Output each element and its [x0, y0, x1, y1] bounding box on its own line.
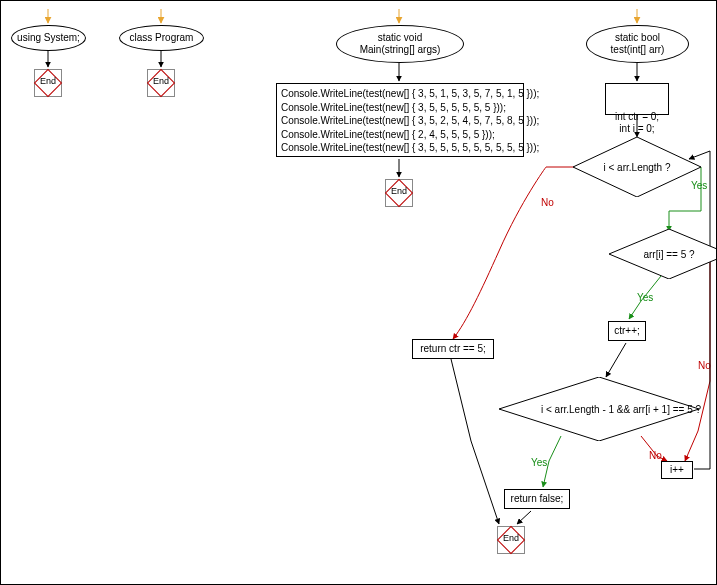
cond-next-text: i < arr.Length - 1 && arr[i + 1] == 5 ? [499, 404, 717, 415]
return-false: return false; [504, 489, 570, 509]
main-body-line: Console.WriteLine(test(new[] { 2, 4, 5, … [281, 128, 519, 142]
test-init-text: int ctr = 0; int i = 0; [606, 108, 668, 138]
return-ctr-eq5-text: return ctr == 5; [413, 340, 493, 358]
end-label: End [34, 76, 62, 86]
end-label: End [497, 533, 525, 543]
test-init-block: int ctr = 0; int i = 0; [605, 83, 669, 115]
cond-loop: i < arr.Length ? [573, 137, 701, 197]
end-test: End [497, 526, 525, 554]
entry-using-text: using System; [17, 32, 80, 44]
cond-eq5: arr[i] == 5 ? [609, 229, 717, 279]
return-false-text: return false; [505, 490, 569, 508]
edge-label-yes: Yes [531, 457, 547, 468]
entry-main: static void Main(string[] args) [336, 25, 464, 63]
entry-using-system: using System; [11, 25, 86, 51]
entry-test: static bool test(int[] arr) [586, 25, 689, 63]
end-class: End [147, 69, 175, 97]
edge-label-no: No [649, 450, 662, 461]
main-body-line: Console.WriteLine(test(new[] { 3, 5, 2, … [281, 114, 519, 128]
entry-test-text: static bool test(int[] arr) [611, 32, 665, 56]
entry-class-program: class Program [119, 25, 204, 51]
end-label: End [385, 186, 413, 196]
main-body-line: Console.WriteLine(test(new[] { 3, 5, 1, … [281, 87, 519, 101]
end-using: End [34, 69, 62, 97]
main-body-block: Console.WriteLine(test(new[] { 3, 5, 1, … [276, 83, 524, 157]
return-ctr-eq5: return ctr == 5; [412, 339, 494, 359]
entry-class-text: class Program [130, 32, 194, 44]
edge-label-yes: Yes [637, 292, 653, 303]
ctr-increment-text: ctr++; [609, 322, 645, 340]
cond-next-five: i < arr.Length - 1 && arr[i + 1] == 5 ? [499, 377, 699, 441]
cond-eq5-text: arr[i] == 5 ? [609, 249, 717, 260]
ctr-increment: ctr++; [608, 321, 646, 341]
svg-line-10 [606, 343, 626, 377]
i-increment: i++ [661, 461, 693, 479]
entry-main-text: static void Main(string[] args) [360, 32, 441, 56]
cond-loop-text: i < arr.Length ? [573, 162, 701, 173]
end-label: End [147, 76, 175, 86]
end-main: End [385, 179, 413, 207]
main-body-line: Console.WriteLine(test(new[] { 3, 5, 5, … [281, 141, 519, 155]
svg-line-11 [517, 511, 531, 524]
i-increment-text: i++ [662, 462, 692, 478]
edge-label-no: No [698, 360, 711, 371]
main-body-line: Console.WriteLine(test(new[] { 3, 5, 5, … [281, 101, 519, 115]
edge-label-no: No [541, 197, 554, 208]
flowchart-canvas: Yes No Yes No Yes No using System; End [0, 0, 717, 585]
